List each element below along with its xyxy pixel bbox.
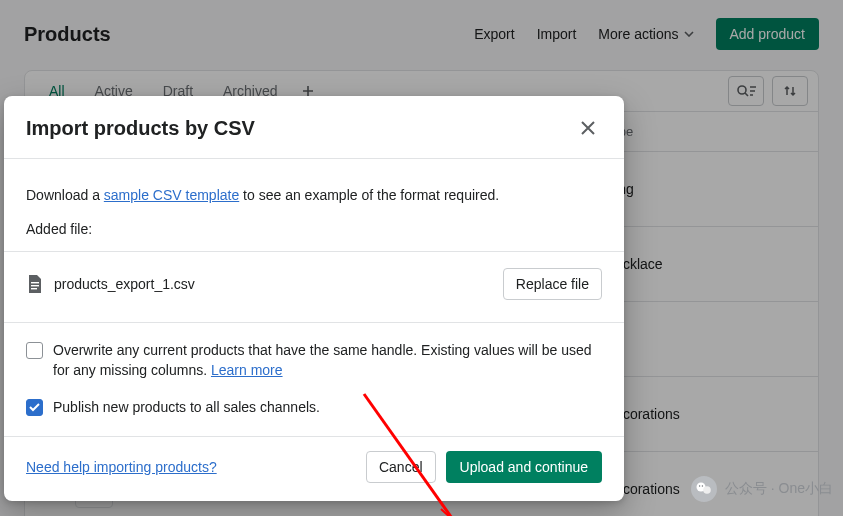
footer-buttons: Cancel Upload and continue [366, 451, 602, 483]
publish-row: Publish new products to all sales channe… [26, 398, 602, 418]
close-icon [580, 120, 596, 136]
import-csv-modal: Import products by CSV Download a sample… [4, 96, 624, 501]
watermark-text: 公众号 · One小白 [725, 480, 833, 498]
svg-point-7 [702, 485, 703, 486]
svg-point-5 [703, 486, 711, 494]
download-line: Download a sample CSV template to see an… [26, 187, 602, 203]
file-row: products_export_1.csv Replace file [4, 251, 624, 323]
publish-checkbox[interactable] [26, 399, 43, 416]
replace-file-button[interactable]: Replace file [503, 268, 602, 300]
check-icon [29, 403, 40, 412]
file-info: products_export_1.csv [26, 274, 195, 294]
svg-rect-3 [31, 288, 37, 289]
modal-body: Download a sample CSV template to see an… [4, 159, 624, 251]
help-link[interactable]: Need help importing products? [26, 459, 217, 475]
added-file-label: Added file: [26, 221, 602, 237]
publish-text: Publish new products to all sales channe… [53, 398, 320, 418]
file-icon [26, 274, 44, 294]
wechat-icon [691, 476, 717, 502]
cancel-button[interactable]: Cancel [366, 451, 436, 483]
svg-point-6 [699, 485, 700, 486]
file-name: products_export_1.csv [54, 276, 195, 292]
modal-footer: Need help importing products? Cancel Upl… [4, 437, 624, 501]
svg-rect-1 [31, 282, 39, 283]
close-button[interactable] [574, 114, 602, 142]
learn-more-link[interactable]: Learn more [211, 362, 283, 378]
download-prefix: Download a [26, 187, 104, 203]
modal-title: Import products by CSV [26, 117, 255, 140]
upload-continue-button[interactable]: Upload and continue [446, 451, 602, 483]
modal-header: Import products by CSV [4, 96, 624, 159]
checkbox-section: Overwrite any current products that have… [4, 323, 624, 437]
svg-rect-2 [31, 285, 39, 286]
download-suffix: to see an example of the format required… [239, 187, 499, 203]
watermark: 公众号 · One小白 [691, 476, 833, 502]
overwrite-checkbox[interactable] [26, 342, 43, 359]
overwrite-row: Overwrite any current products that have… [26, 341, 602, 380]
sample-csv-link[interactable]: sample CSV template [104, 187, 239, 203]
overwrite-text-span: Overwrite any current products that have… [53, 342, 592, 378]
overwrite-text: Overwrite any current products that have… [53, 341, 602, 380]
